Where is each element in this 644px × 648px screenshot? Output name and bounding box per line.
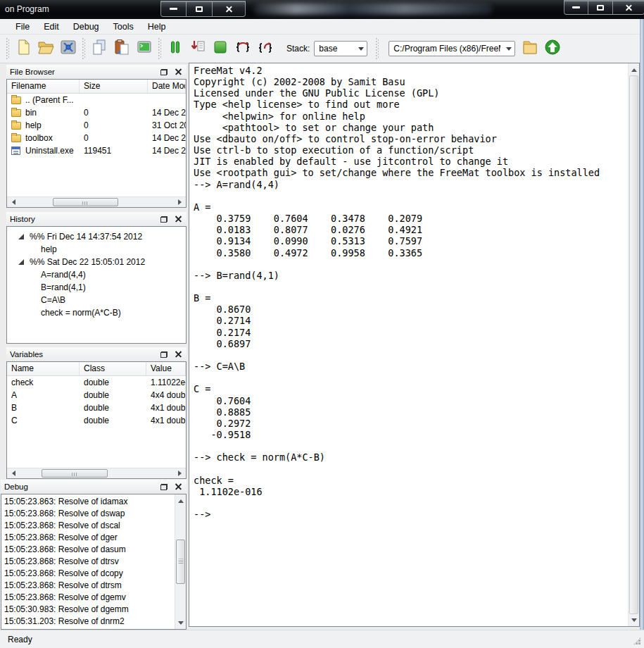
- scroll-down-icon[interactable]: [629, 615, 639, 626]
- table-row[interactable]: toolbox 0 14 Dec 2012: [7, 132, 186, 144]
- debug-entry[interactable]: 15:05:23.863: Resolve of idamax: [4, 496, 175, 508]
- table-row[interactable]: A double 4x4 double: [7, 389, 186, 401]
- history-group[interactable]: %% Sat Dec 22 15:05:01 2012: [7, 256, 186, 268]
- table-row[interactable]: .. (Parent F...: [7, 94, 186, 106]
- column-header[interactable]: Date Mod: [148, 80, 186, 93]
- debug-titlebar[interactable]: Debug: [1, 480, 187, 494]
- table-row[interactable]: B double 4x1 double: [7, 401, 186, 414]
- variables-panel: Variables Name Class Value check double …: [6, 347, 187, 479]
- menu-tools[interactable]: Tools: [106, 20, 141, 33]
- float-panel-icon[interactable]: [158, 349, 170, 359]
- step-out-button[interactable]: [255, 38, 276, 59]
- horizontal-scrollbar[interactable]: [7, 197, 186, 207]
- title-bar[interactable]: on Program: [0, 0, 644, 19]
- console-output[interactable]: FreeMat v4.2 Copyright (c) 2002-2008 by …: [189, 63, 639, 520]
- application-icon: [11, 147, 20, 155]
- tree-expanded-icon[interactable]: [18, 234, 24, 239]
- maximize-icon[interactable]: [588, 0, 613, 15]
- column-header[interactable]: Size: [80, 80, 148, 93]
- table-row[interactable]: Uninstall.exe 119451 14 Dec 2012: [7, 144, 186, 157]
- scroll-up-icon[interactable]: [629, 63, 639, 75]
- close-panel-icon[interactable]: [172, 349, 184, 359]
- save-button[interactable]: [58, 38, 79, 59]
- browse-folder-button[interactable]: [519, 38, 541, 59]
- close-panel-icon[interactable]: [172, 214, 184, 224]
- column-header[interactable]: Name: [7, 362, 80, 375]
- history-group[interactable]: %% Fri Dec 14 14:37:54 2012: [7, 230, 186, 243]
- stop-button[interactable]: [210, 38, 231, 59]
- debug-entry[interactable]: 15:05:23.868: Resolve of dtrsv: [4, 556, 175, 568]
- terminal-button[interactable]: [134, 38, 155, 59]
- step-button[interactable]: [187, 38, 208, 59]
- step-over-button[interactable]: [232, 38, 253, 59]
- terminal-icon: [136, 39, 153, 58]
- menu-edit[interactable]: Edit: [37, 20, 66, 33]
- history-item[interactable]: help: [7, 243, 186, 256]
- open-folder-icon: [37, 39, 54, 58]
- table-row[interactable]: bin 0 14 Dec 2012: [7, 106, 186, 119]
- vertical-scrollbar[interactable]: [175, 494, 186, 629]
- history-item[interactable]: C=A\B: [7, 294, 186, 306]
- menu-help[interactable]: Help: [141, 20, 173, 33]
- history-item[interactable]: check = norm(A*C-B): [7, 306, 186, 319]
- path-combobox[interactable]: C:/Program Files (x86)/FreeMat: [389, 41, 515, 56]
- debug-entry[interactable]: 15:05:23.868: Resolve of dscal: [4, 520, 175, 532]
- history-item[interactable]: A=rand(4,4): [7, 268, 186, 281]
- scroll-left-icon[interactable]: [7, 468, 18, 478]
- vertical-scrollbar[interactable]: [628, 63, 639, 626]
- up-directory-button[interactable]: [542, 38, 563, 59]
- main-area: File Browser Filename Size Date Mod .. (…: [0, 63, 644, 630]
- close-panel-icon[interactable]: [172, 67, 184, 77]
- close-icon[interactable]: [213, 1, 246, 17]
- toolbar-handle: [376, 38, 379, 59]
- variables-titlebar[interactable]: Variables: [6, 347, 187, 361]
- debug-entry[interactable]: 15:05:23.868: Resolve of dcopy: [4, 568, 175, 580]
- float-panel-icon[interactable]: [158, 214, 170, 224]
- horizontal-scrollbar[interactable]: [7, 468, 186, 478]
- stack-combobox[interactable]: base: [314, 41, 367, 56]
- open-file-button[interactable]: [35, 38, 56, 59]
- new-file-button[interactable]: [13, 38, 34, 59]
- table-row[interactable]: help 0 31 Oct 2012: [7, 119, 186, 132]
- minimize-icon[interactable]: [160, 1, 187, 17]
- copy-button[interactable]: [89, 38, 110, 59]
- menu-file[interactable]: File: [8, 20, 37, 33]
- window-right-border: [640, 19, 644, 630]
- debug-entry[interactable]: 15:05:23.868: Resolve of dtrsm: [4, 580, 175, 592]
- close-panel-icon[interactable]: [172, 482, 184, 492]
- close-icon[interactable]: [613, 0, 644, 15]
- debug-entry[interactable]: 15:05:23.868: Resolve of dgemv: [4, 592, 175, 604]
- table-row[interactable]: C double 4x1 double: [7, 414, 186, 427]
- column-header[interactable]: Value: [146, 362, 186, 375]
- column-header[interactable]: Filename: [7, 80, 80, 93]
- scroll-down-icon[interactable]: [175, 618, 186, 629]
- folder-icon: [11, 96, 21, 104]
- column-header[interactable]: Class: [80, 362, 146, 375]
- scroll-up-icon[interactable]: [175, 494, 186, 506]
- scroll-right-icon[interactable]: [175, 468, 186, 478]
- history-titlebar[interactable]: History: [6, 212, 187, 226]
- minimize-icon[interactable]: [564, 0, 588, 15]
- debug-entry[interactable]: 15:05:23.868: Resolve of dger: [4, 532, 175, 544]
- debug-entry[interactable]: 15:05:31.203: Resolve of dnrm2: [4, 616, 175, 628]
- debug-entry[interactable]: 15:05:30.983: Resolve of dgemm: [4, 604, 175, 616]
- debug-log: 15:05:23.863: Resolve of idamax 15:05:23…: [1, 494, 187, 630]
- paste-button[interactable]: [111, 38, 132, 59]
- debug-entry[interactable]: 15:05:23.868: Resolve of dasum: [4, 544, 175, 556]
- scroll-right-icon[interactable]: [175, 197, 186, 207]
- variables-table: Name Class Value check double 1.11022e-0…: [6, 361, 187, 479]
- float-panel-icon[interactable]: [158, 67, 170, 77]
- panel-title: History: [10, 215, 156, 223]
- tree-expanded-icon[interactable]: [18, 259, 24, 265]
- debug-entry[interactable]: 15:05:23.868: Resolve of dswap: [4, 508, 175, 520]
- menu-debug[interactable]: Debug: [66, 20, 106, 33]
- table-row[interactable]: check double 1.11022e-016: [7, 376, 186, 389]
- pause-button[interactable]: [165, 38, 186, 59]
- console-panel[interactable]: FreeMat v4.2 Copyright (c) 2002-2008 by …: [189, 63, 640, 627]
- maximize-icon[interactable]: [187, 1, 213, 17]
- history-item[interactable]: B=rand(4,1): [7, 281, 186, 294]
- file-browser-titlebar[interactable]: File Browser: [6, 65, 187, 79]
- resize-grip[interactable]: [633, 637, 641, 645]
- float-panel-icon[interactable]: [158, 482, 170, 492]
- scroll-left-icon[interactable]: [7, 197, 18, 207]
